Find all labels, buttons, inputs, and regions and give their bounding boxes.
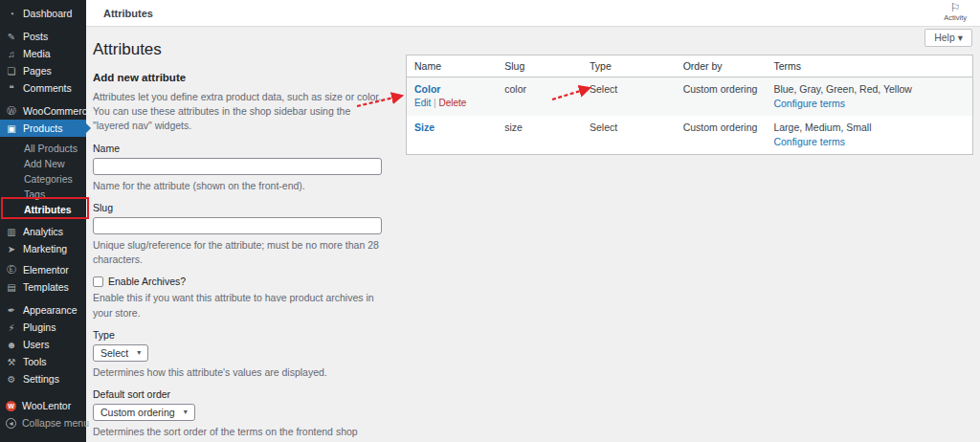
chevron-down-icon: ▾ (958, 32, 963, 43)
table-header-row: Name Slug Type Order by Terms (407, 55, 973, 77)
products-submenu: All Products Add New Categories Tags Att… (0, 137, 86, 223)
name-field-group: Name Name for the attribute (shown on th… (93, 143, 388, 193)
dashboard-icon: ◔ (6, 9, 17, 19)
sidebar-item-label: Tools (23, 356, 47, 367)
sidebar-item-appearance[interactable]: ✒Appearance (0, 301, 86, 319)
enable-archives-label: Enable Archives? (108, 276, 186, 287)
row-actions: Edit | Delete (414, 98, 489, 108)
name-label: Name (93, 143, 388, 154)
sidebar-item-users[interactable]: ☻Users (0, 336, 86, 353)
sidebar-item-templates[interactable]: ▤Templates (0, 278, 86, 296)
woocommerce-icon: Ⓦ (6, 104, 17, 118)
configure-terms-link[interactable]: Configure terms (773, 136, 965, 147)
pages-icon: ❏ (6, 66, 17, 77)
sidebar-item-label: Appearance (23, 304, 78, 316)
sidebar-item-elementor[interactable]: ⒺElementor (0, 261, 86, 278)
sidebar-item-posts[interactable]: ✎Posts (0, 28, 86, 45)
delete-link[interactable]: Delete (438, 98, 466, 108)
edit-link[interactable]: Edit (414, 98, 431, 108)
column-header-slug: Slug (497, 55, 582, 77)
attribute-name-link[interactable]: Size (414, 122, 434, 133)
breadcrumb: Attributes (103, 8, 153, 19)
enable-archives-checkbox[interactable] (93, 276, 103, 287)
sidebar-item-comments[interactable]: ❝Comments (0, 79, 86, 97)
pin-icon: ✎ (6, 32, 17, 42)
sort-order-label: Default sort order (93, 388, 388, 400)
attribute-name-link[interactable]: Color (414, 83, 440, 95)
sort-order-field-group: Default sort order Custom ordering ▾ Det… (93, 388, 388, 442)
attributes-table-container: Name Slug Type Order by Terms Color Edit… (406, 55, 973, 155)
sidebar-item-products[interactable]: ▣Products (0, 120, 86, 137)
archives-field-group: Enable Archives? Enable this if you want… (93, 276, 388, 320)
sidebar-item-label: Users (23, 339, 49, 350)
column-header-type: Type (582, 55, 676, 77)
table-row: Size size Select Custom ordering Large, … (407, 116, 973, 155)
sidebar-item-collapse-menu[interactable]: ◂Collapse menu (0, 414, 86, 431)
sidebar-item-label: Posts (23, 31, 48, 42)
woolentor-icon: W (6, 401, 16, 411)
sidebar-item-plugins[interactable]: ⚡Plugins (0, 319, 86, 336)
activity-button[interactable]: ⚐ Activity (944, 2, 967, 22)
gear-icon: ⚙ (6, 374, 17, 385)
sort-order-select[interactable]: Custom ordering ▾ (93, 404, 195, 421)
sidebar-item-all-products[interactable]: All Products (0, 141, 86, 156)
megaphone-icon: ➤ (6, 244, 17, 254)
sidebar-item-label: Products (23, 122, 62, 134)
sidebar-item-label: Plugins (23, 321, 56, 333)
type-description: Determines how this attribute's values a… (93, 365, 388, 380)
sidebar-item-settings[interactable]: ⚙Settings (0, 370, 86, 387)
sidebar-item-label: Templates (23, 281, 69, 293)
submenu-label: Attributes (24, 204, 72, 215)
sidebar-item-label: Pages (23, 65, 52, 77)
sidebar-item-add-new[interactable]: Add New (0, 156, 86, 171)
plugin-icon: ⚡ (6, 322, 17, 333)
slug-field-group: Slug Unique slug/reference for the attri… (93, 202, 388, 267)
terms-cell: Blue, Gray, Green, Red, Yellow (773, 83, 912, 95)
slug-input[interactable] (93, 217, 382, 234)
slug-cell: color (497, 77, 582, 117)
column-header-order-by: Order by (676, 55, 767, 77)
sidebar-item-tools[interactable]: ⚒Tools (0, 353, 86, 370)
sidebar-item-dashboard[interactable]: ◔Dashboard (0, 5, 86, 22)
actions-separator: | (434, 98, 436, 108)
sidebar-separator (0, 387, 86, 397)
chevron-down-icon: ▾ (137, 348, 141, 357)
type-select-value: Select (100, 347, 128, 359)
sidebar-item-media[interactable]: ♫Media (0, 45, 86, 62)
sidebar-item-label: Dashboard (23, 8, 72, 19)
form-section-title: Add new attribute (93, 72, 388, 83)
user-icon: ☻ (6, 340, 17, 350)
sidebar-item-woocommerce[interactable]: ⓌWooCommerce (0, 102, 86, 120)
type-cell: Select (582, 77, 676, 117)
help-button[interactable]: Help ▾ (924, 29, 972, 47)
sidebar-item-woolentor[interactable]: WWooLentor (0, 397, 86, 414)
products-box-icon: ▣ (6, 123, 17, 134)
sidebar-item-label: WooCommerce (23, 105, 93, 117)
submenu-label: All Products (24, 143, 78, 154)
activity-label: Activity (944, 13, 967, 22)
admin-topbar: Attributes ⚐ Activity (86, 0, 980, 27)
sidebar-item-label: Elementor (23, 264, 69, 276)
sidebar-item-pages[interactable]: ❏Pages (0, 62, 86, 79)
table-row: Color Edit | Delete color Select Custom … (407, 77, 973, 117)
media-icon: ♫ (6, 49, 17, 59)
type-select[interactable]: Select ▾ (93, 344, 148, 362)
sidebar-item-analytics[interactable]: ▥Analytics (0, 223, 86, 240)
collapse-arrow-icon: ◂ (6, 418, 16, 429)
flag-icon: ⚐ (944, 2, 967, 13)
slug-label: Slug (93, 202, 388, 213)
sidebar-item-label: Media (23, 48, 51, 59)
column-header-name: Name (407, 55, 498, 77)
type-cell: Select (582, 116, 676, 155)
name-input[interactable] (93, 158, 382, 175)
sidebar-item-marketing[interactable]: ➤Marketing (0, 240, 86, 257)
sidebar-item-attributes[interactable]: Attributes (0, 202, 86, 217)
slug-description: Unique slug/reference for the attribute;… (93, 238, 388, 267)
sidebar-item-categories[interactable]: Categories (0, 171, 86, 187)
folder-icon: ▤ (6, 282, 17, 293)
configure-terms-link[interactable]: Configure terms (773, 98, 965, 109)
bar-chart-icon: ▥ (6, 227, 17, 237)
name-description: Name for the attribute (shown on the fro… (93, 179, 388, 193)
submenu-label: Categories (24, 173, 73, 185)
sidebar-item-tags[interactable]: Tags (0, 187, 86, 202)
